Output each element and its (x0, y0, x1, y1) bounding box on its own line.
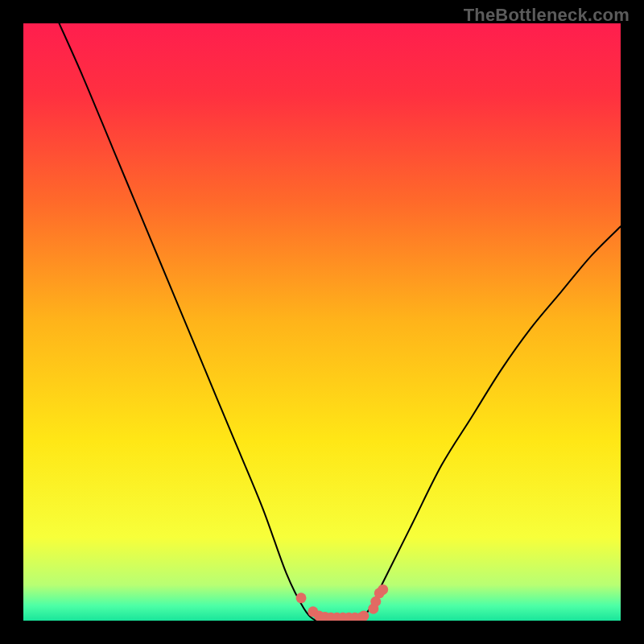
plot-area (23, 23, 621, 621)
chart-frame: TheBottleneck.com (0, 0, 644, 644)
optimal-dot (296, 592, 307, 603)
chart-svg (23, 23, 621, 621)
optimal-range-dots-group (296, 584, 389, 621)
bottleneck-curve-path (60, 23, 621, 621)
optimal-dot (358, 611, 369, 621)
optimal-dot (378, 584, 388, 595)
